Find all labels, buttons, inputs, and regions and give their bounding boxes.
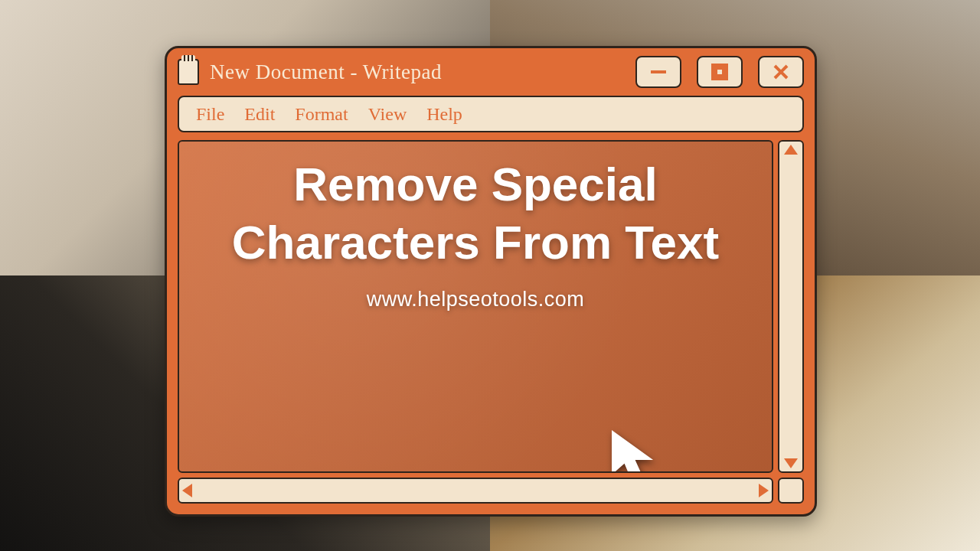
scroll-down-icon[interactable] bbox=[784, 458, 798, 468]
maximize-icon bbox=[709, 61, 730, 83]
scroll-up-icon[interactable] bbox=[784, 145, 798, 155]
writepad-window: New Document - Writepad File Edit Format… bbox=[165, 46, 817, 517]
menu-help[interactable]: Help bbox=[426, 104, 462, 125]
horizontal-scrollbar[interactable] bbox=[178, 478, 773, 504]
titlebar[interactable]: New Document - Writepad bbox=[167, 48, 815, 96]
close-button[interactable] bbox=[758, 56, 804, 88]
scroll-left-icon[interactable] bbox=[182, 484, 192, 497]
scroll-right-icon[interactable] bbox=[759, 484, 769, 497]
maximize-button[interactable] bbox=[697, 56, 743, 88]
minimize-icon bbox=[648, 61, 669, 83]
notepad-icon bbox=[178, 59, 199, 85]
close-icon bbox=[770, 61, 792, 83]
content-frame: Remove Special Characters From Text www.… bbox=[178, 140, 804, 504]
menu-view[interactable]: View bbox=[368, 104, 407, 125]
vertical-scrollbar[interactable] bbox=[778, 140, 804, 473]
headline-text: Remove Special Characters From Text bbox=[215, 155, 736, 271]
scrollbar-corner bbox=[778, 478, 804, 504]
window-title: New Document - Writepad bbox=[210, 60, 620, 84]
website-url: www.helpseotools.com bbox=[367, 288, 585, 311]
cursor-icon bbox=[608, 429, 662, 473]
menubar: File Edit Format View Help bbox=[178, 96, 804, 132]
minimize-button[interactable] bbox=[635, 56, 681, 88]
menu-format[interactable]: Format bbox=[295, 104, 348, 125]
menu-file[interactable]: File bbox=[196, 104, 224, 125]
document-canvas[interactable]: Remove Special Characters From Text www.… bbox=[178, 140, 773, 473]
menu-edit[interactable]: Edit bbox=[244, 104, 275, 125]
canvas-overlay: Remove Special Characters From Text www.… bbox=[179, 142, 772, 471]
svg-rect-2 bbox=[716, 68, 724, 76]
